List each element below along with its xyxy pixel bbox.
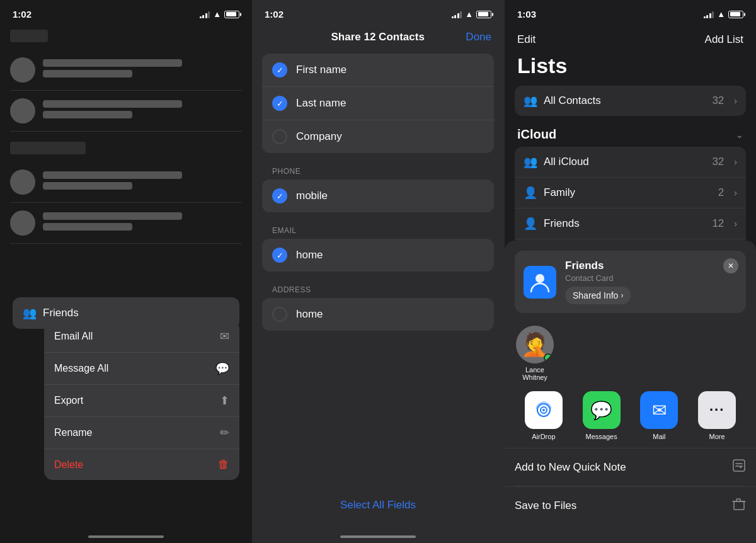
save-files-action[interactable]: Save to Files bbox=[505, 486, 756, 524]
email-all-icon: ✉ bbox=[220, 329, 229, 343]
menu-item-rename[interactable]: Rename ✏ bbox=[44, 417, 239, 449]
battery-icon-3 bbox=[728, 11, 743, 18]
all-icloud-chevron: › bbox=[734, 157, 737, 167]
more-app[interactable]: ··· More bbox=[688, 391, 746, 440]
card-name: Friends bbox=[565, 260, 737, 272]
share-contacts-header: Share 12 Contacts Done bbox=[252, 23, 504, 49]
list-row-family[interactable]: 👤 Family 2 › bbox=[515, 178, 746, 209]
mobile-check[interactable]: ✓ bbox=[272, 188, 287, 203]
mobile-field[interactable]: ✓ mobile bbox=[262, 180, 494, 212]
menu-item-email-all[interactable]: Email All ✉ bbox=[44, 321, 239, 353]
messages-icon: 💬 bbox=[583, 391, 621, 429]
all-contacts-label: All Contacts bbox=[544, 94, 706, 107]
blur-avatar-4 bbox=[10, 210, 35, 236]
quick-note-icon bbox=[732, 459, 746, 476]
wifi-icon-2: ▲ bbox=[465, 9, 473, 19]
airdrop-icon bbox=[525, 391, 563, 429]
edit-button[interactable]: Edit bbox=[517, 33, 536, 46]
status-bar-2: 1:02 ▲ bbox=[252, 0, 504, 23]
svg-point-3 bbox=[542, 409, 545, 411]
context-menu: Email All ✉ Message All 💬 Export ⬆ Renam… bbox=[44, 321, 239, 480]
card-subtitle: Contact Card bbox=[565, 273, 737, 283]
more-label: More bbox=[709, 433, 725, 440]
blur-contact-4 bbox=[10, 203, 242, 244]
quick-note-action[interactable]: Add to New Quick Note bbox=[505, 448, 756, 486]
mail-app[interactable]: ✉ Mail bbox=[631, 391, 689, 440]
address-section-header: ADDRESS bbox=[262, 277, 494, 298]
friends-list-label: Friends bbox=[544, 217, 706, 230]
contact-card-preview: Friends Contact Card Shared Info › ✕ bbox=[515, 251, 746, 313]
all-icloud-label: All iCloud bbox=[544, 156, 706, 168]
first-name-field[interactable]: ✓ First name bbox=[262, 54, 494, 87]
panel-lists: 1:03 ▲ Edit Add List Lists 👥 All Contact… bbox=[504, 0, 756, 543]
airdrop-app[interactable]: AirDrop bbox=[515, 391, 573, 440]
signal-icon-2 bbox=[452, 11, 462, 18]
select-all-fields-button[interactable]: Select All Fields bbox=[252, 493, 504, 518]
export-icon: ⬆ bbox=[220, 394, 229, 408]
company-label: Company bbox=[296, 130, 342, 143]
blur-line-8 bbox=[43, 223, 132, 231]
first-name-check[interactable]: ✓ bbox=[272, 62, 287, 77]
home-address-field[interactable]: home bbox=[262, 298, 494, 331]
svg-rect-4 bbox=[733, 460, 745, 471]
home-email-field[interactable]: ✓ home bbox=[262, 239, 494, 272]
wifi-icon-1: ▲ bbox=[213, 9, 221, 19]
menu-item-delete[interactable]: Delete 🗑 bbox=[44, 449, 239, 480]
mobile-label: mobile bbox=[296, 190, 328, 202]
list-row-all-icloud[interactable]: 👥 All iCloud 32 › bbox=[515, 147, 746, 178]
status-icons-1: ▲ bbox=[200, 9, 239, 19]
done-button[interactable]: Done bbox=[466, 31, 491, 43]
share-contact-lance[interactable]: 🤦 LanceWhitney bbox=[515, 326, 555, 381]
shared-info-button[interactable]: Shared Info › bbox=[565, 287, 631, 304]
share-contacts-row: 🤦 LanceWhitney bbox=[505, 321, 756, 389]
blur-contact-1 bbox=[10, 50, 242, 91]
menu-label-export: Export bbox=[54, 395, 83, 406]
list-row-friends[interactable]: 👤 Friends 12 › bbox=[515, 209, 746, 239]
blur-line-4 bbox=[43, 111, 132, 118]
icloud-chevron[interactable]: ⌄ bbox=[736, 130, 743, 140]
phone-fields-section: ✓ mobile bbox=[262, 180, 494, 212]
menu-item-message-all[interactable]: Message All 💬 bbox=[44, 353, 239, 385]
home-indicator-1 bbox=[88, 535, 164, 538]
all-icloud-count: 32 bbox=[712, 156, 724, 168]
home-email-check[interactable]: ✓ bbox=[272, 248, 287, 263]
home-address-label: home bbox=[296, 308, 323, 321]
blur-avatar-3 bbox=[10, 169, 35, 195]
last-name-field[interactable]: ✓ Last name bbox=[262, 87, 494, 120]
basic-fields-section: ✓ First name ✓ Last name Company bbox=[262, 54, 494, 153]
mail-label: Mail bbox=[653, 433, 665, 440]
status-icons-3: ▲ bbox=[704, 9, 743, 19]
company-field[interactable]: Company bbox=[262, 120, 494, 153]
last-name-check[interactable]: ✓ bbox=[272, 96, 287, 111]
time-1: 1:02 bbox=[13, 9, 32, 20]
shared-info-label: Shared Info bbox=[573, 290, 618, 300]
first-name-label: First name bbox=[296, 64, 346, 76]
family-count: 2 bbox=[718, 186, 724, 199]
lance-name: LanceWhitney bbox=[522, 366, 547, 381]
more-icon: ··· bbox=[698, 391, 736, 429]
blur-line-2 bbox=[43, 70, 132, 77]
company-check[interactable] bbox=[272, 129, 287, 144]
friends-icon: 👤 bbox=[524, 217, 537, 231]
close-share-sheet-button[interactable]: ✕ bbox=[723, 258, 738, 273]
menu-item-export[interactable]: Export ⬆ bbox=[44, 385, 239, 417]
blur-line-3 bbox=[43, 100, 182, 108]
home-address-check[interactable] bbox=[272, 307, 287, 322]
messages-app[interactable]: 💬 Messages bbox=[573, 391, 631, 440]
blur-line-7 bbox=[43, 212, 182, 220]
share-sheet: Friends Contact Card Shared Info › ✕ 🤦 L… bbox=[505, 241, 756, 543]
all-contacts-row[interactable]: 👥 All Contacts 32 › bbox=[515, 86, 746, 116]
home-indicator-2 bbox=[340, 535, 416, 538]
family-label: Family bbox=[544, 186, 712, 199]
blur-line-1 bbox=[43, 59, 182, 67]
status-icons-2: ▲ bbox=[452, 9, 491, 19]
phone-section-header: PHONE bbox=[262, 158, 494, 180]
home-email-label: home bbox=[296, 249, 323, 261]
blur-header-1 bbox=[10, 30, 48, 42]
time-3: 1:03 bbox=[517, 9, 536, 20]
add-list-button[interactable]: Add List bbox=[705, 33, 743, 46]
all-contacts-icon: 👥 bbox=[524, 94, 537, 108]
panel-share-contacts: 1:02 ▲ Share 12 Contacts Done ✓ First na… bbox=[252, 0, 504, 543]
share-apps-row: AirDrop 💬 Messages ✉ Mail ··· More bbox=[505, 389, 756, 448]
lists-header: Edit Add List bbox=[505, 23, 756, 51]
